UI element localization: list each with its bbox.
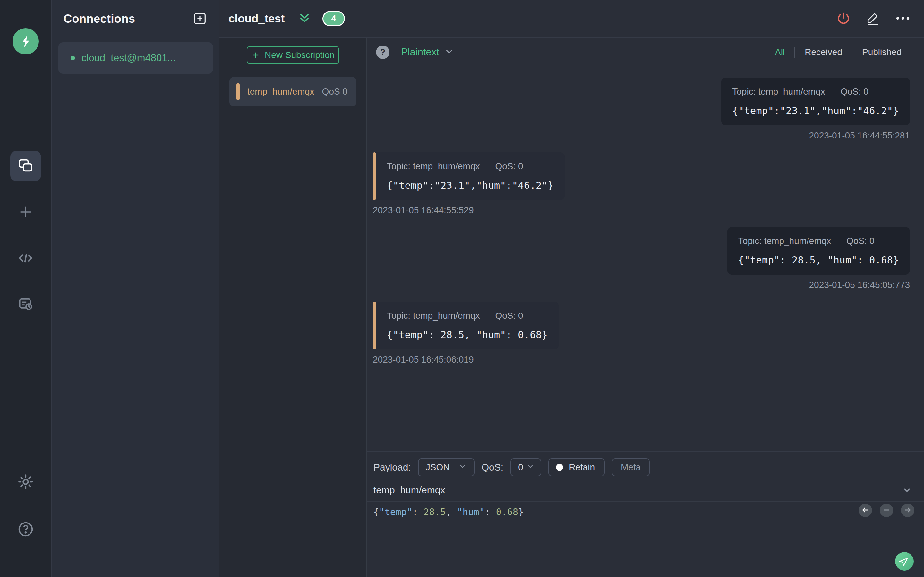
history-prev-button[interactable] — [859, 504, 872, 517]
qos-dropdown[interactable]: 0 — [510, 458, 541, 476]
message-bubble[interactable]: Topic: temp_hum/emqx QoS: 0 {"temp": 28.… — [727, 227, 910, 275]
message-count-badge: 4 — [322, 11, 345, 26]
send-button[interactable] — [895, 552, 914, 571]
connection-list-item[interactable]: cloud_test@m4801... — [58, 42, 213, 74]
nav-connections-button[interactable] — [10, 151, 41, 181]
history-next-button[interactable] — [901, 504, 914, 517]
meta-button[interactable]: Meta — [612, 458, 650, 476]
new-subscription-button[interactable]: New Subscription — [247, 46, 339, 64]
message-payload: {"temp": 28.5, "hum": 0.68} — [387, 329, 548, 340]
filter-all[interactable]: All — [765, 47, 795, 57]
chevron-down-icon — [459, 462, 467, 473]
message-bubble[interactable]: Topic: temp_hum/emqx QoS: 0 {"temp": 28.… — [373, 301, 559, 350]
payload-history-controls — [859, 504, 914, 517]
mqttx-app: Connections cloud_test@m4801... cloud_te… — [0, 0, 924, 577]
message-timestamp: 2023-01-05 16:44:55:529 — [373, 205, 474, 215]
nav-log-button[interactable] — [10, 289, 41, 320]
json-token: , — [446, 507, 457, 517]
connection-title: cloud_test — [228, 12, 284, 25]
add-connection-button[interactable] — [192, 11, 207, 27]
message-received: Topic: temp_hum/emqx QoS: 0 {"temp":"23.… — [373, 152, 910, 215]
filter-received[interactable]: Received — [795, 47, 852, 57]
messages-toolbar: ? Plaintext All Received Published — [367, 38, 924, 67]
edit-connection-button[interactable] — [866, 11, 880, 27]
message-qos: QoS: 0 — [495, 311, 523, 321]
connections-title: Connections — [63, 12, 136, 26]
collapse-editor-chevron-icon[interactable] — [901, 485, 913, 496]
message-filters: All Received Published — [765, 47, 911, 58]
connections-panel-header: Connections — [52, 0, 219, 38]
filter-published[interactable]: Published — [853, 47, 911, 57]
script-icon — [17, 249, 35, 268]
more-menu-button[interactable] — [895, 11, 911, 27]
message-payload: {"temp":"23.1","hum":"46.2"} — [387, 180, 554, 191]
send-plane-icon — [899, 556, 909, 567]
nav-new-connection-button[interactable] — [10, 197, 41, 227]
json-token: : — [485, 507, 496, 517]
message-qos: QoS: 0 — [846, 236, 874, 246]
payload-help-icon[interactable]: ? — [376, 45, 389, 59]
subscription-topic: temp_hum/emqx — [247, 87, 314, 97]
header-actions — [836, 11, 911, 27]
retain-label: Retain — [569, 462, 595, 472]
json-token: : — [413, 507, 424, 517]
message-payload: {"temp":"23.1","hum":"46.2"} — [732, 105, 899, 116]
message-topic: Topic: temp_hum/emqx — [387, 311, 480, 321]
nav-script-button[interactable] — [10, 243, 41, 274]
messages-area: ? Plaintext All Received Published — [367, 38, 924, 577]
new-subscription-label: New Subscription — [265, 50, 334, 60]
nav-help-button[interactable] — [10, 514, 41, 545]
collapse-double-chevron-icon[interactable] — [298, 13, 311, 24]
payload-editor[interactable]: {"temp": 28.5, "hum": 0.68} — [367, 502, 924, 577]
chevron-down-icon — [444, 47, 454, 58]
log-icon — [17, 296, 34, 314]
settings-gear-icon — [17, 473, 34, 492]
payload-format-select[interactable]: Plaintext — [401, 47, 454, 58]
message-topic: Topic: temp_hum/emqx — [732, 87, 825, 97]
mqttx-logo-icon[interactable] — [13, 28, 39, 55]
arrow-right-icon — [903, 506, 912, 515]
payload-format-value: Plaintext — [401, 47, 439, 58]
minus-icon — [882, 506, 891, 515]
publish-panel: Payload: JSON QoS: 0 — [367, 451, 924, 577]
json-token: 28.5 — [423, 507, 446, 517]
subscription-qos: QoS 0 — [322, 87, 347, 97]
message-timestamp: 2023-01-05 16:44:55:281 — [809, 131, 910, 141]
nav-settings-button[interactable] — [10, 467, 41, 498]
disconnect-button[interactable] — [836, 11, 851, 27]
help-icon — [17, 521, 34, 539]
message-bubble[interactable]: Topic: temp_hum/emqx QoS: 0 {"temp":"23.… — [373, 152, 565, 200]
topic-input[interactable]: temp_hum/emqx — [373, 485, 445, 496]
message-list[interactable]: Topic: temp_hum/emqx QoS: 0 {"temp":"23.… — [367, 67, 924, 451]
edit-pencil-icon — [866, 11, 880, 27]
publish-topic-row: temp_hum/emqx — [367, 476, 924, 502]
message-published: Topic: temp_hum/emqx QoS: 0 {"temp":"23.… — [373, 77, 910, 141]
payload-format-dropdown[interactable]: JSON — [418, 458, 475, 476]
payload-label: Payload: — [373, 462, 411, 473]
add-connection-icon — [192, 11, 207, 27]
history-clear-button[interactable] — [880, 504, 893, 517]
connection-status-dot — [71, 56, 75, 60]
meta-label: Meta — [621, 462, 641, 472]
more-ellipsis-icon — [895, 11, 911, 27]
message-topic: Topic: temp_hum/emqx — [738, 236, 831, 246]
message-bubble[interactable]: Topic: temp_hum/emqx QoS: 0 {"temp":"23.… — [721, 77, 910, 125]
json-token: "temp" — [379, 507, 412, 517]
connections-icon — [17, 157, 34, 175]
connections-panel: Connections cloud_test@m4801... — [52, 0, 220, 577]
message-timestamp: 2023-01-05 16:45:05:773 — [809, 280, 910, 290]
subscription-color-bar — [236, 83, 240, 100]
new-connection-plus-icon — [17, 203, 35, 222]
message-published: Topic: temp_hum/emqx QoS: 0 {"temp": 28.… — [373, 227, 910, 290]
connection-workspace: cloud_test 4 — [220, 0, 924, 577]
message-qos: QoS: 0 — [495, 161, 523, 171]
json-token: 0.68 — [496, 507, 518, 517]
connection-name: cloud_test@m4801... — [81, 52, 176, 64]
retain-toggle[interactable]: Retain — [548, 458, 605, 476]
subscription-item[interactable]: temp_hum/emqx QoS 0 — [229, 77, 357, 106]
message-received: Topic: temp_hum/emqx QoS: 0 {"temp": 28.… — [373, 301, 910, 365]
chevron-down-icon — [527, 462, 534, 472]
disconnect-power-icon — [836, 11, 851, 27]
qos-value: 0 — [518, 462, 523, 472]
message-payload: {"temp": 28.5, "hum": 0.68} — [738, 255, 899, 266]
